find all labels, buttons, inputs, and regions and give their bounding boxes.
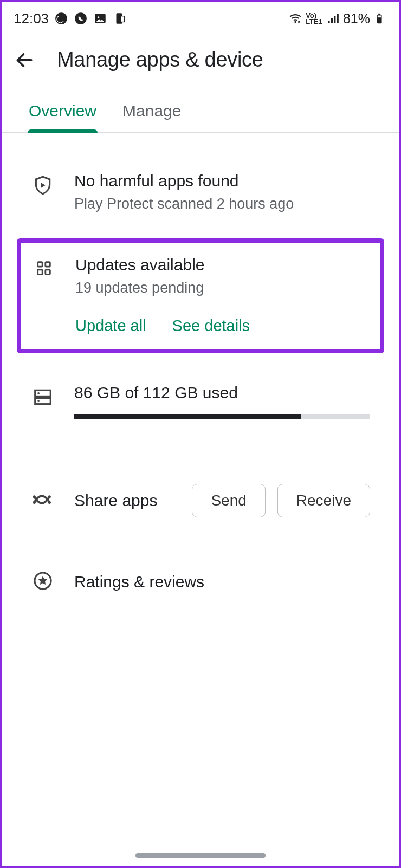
svg-rect-16 — [38, 270, 43, 275]
storage-label: 86 GB of 112 GB used — [74, 384, 370, 402]
svg-rect-8 — [331, 18, 333, 23]
svg-point-1 — [75, 12, 87, 24]
back-button[interactable] — [14, 49, 35, 71]
whatsapp-icon — [54, 11, 68, 25]
updates-subtitle: 19 updates pending — [75, 280, 369, 296]
phone-icon — [74, 11, 88, 25]
svg-rect-5 — [121, 16, 125, 22]
protect-subtitle: Play Protect scanned 2 hours ago — [74, 196, 370, 212]
svg-rect-10 — [337, 14, 339, 23]
status-bar: 12:03 Vo) LTE1 81% — [2, 2, 399, 33]
receive-button[interactable]: Receive — [277, 484, 370, 517]
svg-point-22 — [33, 501, 36, 504]
updates-row[interactable]: Updates available 19 updates pending Upd… — [17, 238, 384, 353]
tab-bar: Overview Manage — [2, 86, 399, 133]
storage-icon — [33, 387, 53, 410]
send-button[interactable]: Send — [192, 484, 265, 517]
battery-icon — [373, 11, 387, 25]
svg-rect-9 — [334, 16, 335, 23]
storage-progress-bar — [74, 414, 370, 419]
image-icon — [93, 11, 107, 25]
svg-rect-18 — [35, 390, 51, 396]
svg-rect-13 — [378, 16, 381, 18]
svg-point-23 — [48, 501, 51, 504]
svg-point-25 — [48, 495, 51, 498]
ratings-label: Ratings & reviews — [74, 573, 204, 591]
gesture-nav-bar[interactable] — [135, 853, 266, 858]
updates-title: Updates available — [75, 256, 369, 274]
signal-icon — [326, 11, 340, 25]
tab-overview[interactable]: Overview — [29, 102, 96, 132]
svg-point-3 — [98, 16, 99, 18]
wifi-icon — [288, 11, 302, 25]
svg-rect-14 — [38, 262, 43, 267]
ratings-reviews-row[interactable]: Ratings & reviews — [2, 571, 399, 593]
share-apps-row: Share apps Send Receive — [2, 484, 399, 517]
protect-title: No harmful apps found — [74, 172, 370, 190]
play-protect-row[interactable]: No harmful apps found Play Protect scann… — [2, 172, 399, 212]
page-header: Manage apps & device — [2, 33, 399, 86]
page-title: Manage apps & device — [57, 48, 263, 72]
see-details-button[interactable]: See details — [172, 317, 250, 335]
apps-grid-icon — [35, 259, 53, 335]
volte-indicator: Vo) LTE1 — [306, 12, 322, 24]
svg-rect-7 — [328, 21, 329, 23]
svg-point-20 — [37, 392, 40, 394]
svg-rect-12 — [378, 14, 380, 15]
svg-rect-15 — [46, 262, 50, 267]
svg-rect-17 — [46, 270, 50, 275]
share-icon — [31, 488, 54, 513]
svg-point-6 — [294, 21, 296, 23]
star-circle-icon — [33, 571, 53, 593]
share-label: Share apps — [74, 491, 157, 510]
tab-manage[interactable]: Manage — [122, 102, 181, 132]
update-all-button[interactable]: Update all — [75, 317, 146, 335]
device-icon — [113, 11, 127, 25]
storage-row[interactable]: 86 GB of 112 GB used — [2, 384, 399, 419]
status-time: 12:03 — [14, 10, 49, 27]
svg-rect-19 — [35, 398, 51, 404]
svg-point-24 — [33, 495, 36, 498]
shield-play-icon — [33, 175, 53, 198]
battery-text: 81% — [343, 11, 370, 27]
svg-point-21 — [37, 400, 40, 402]
